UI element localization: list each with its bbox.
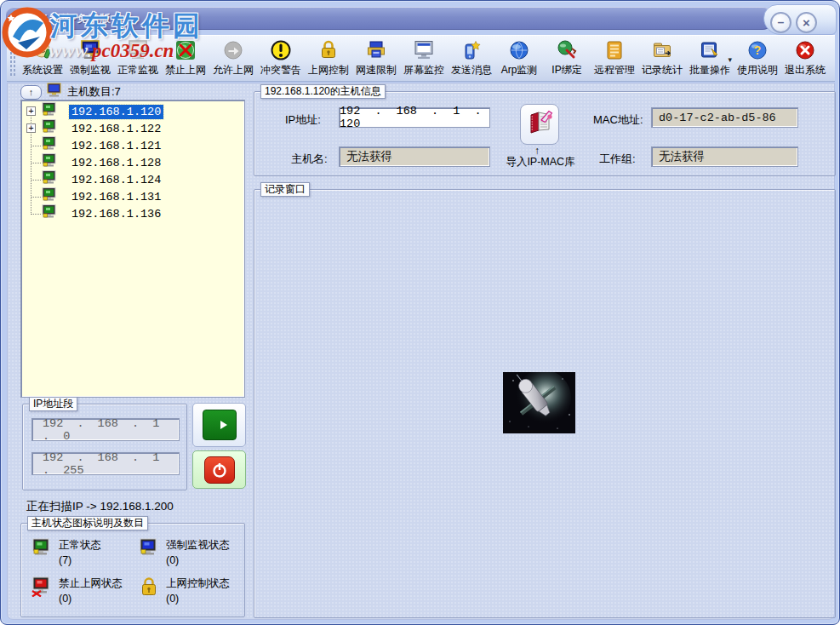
tree-row-ip[interactable]: 192.168.1.136 <box>69 207 163 221</box>
host-count-header: ↑ 主机数目:7 <box>20 84 121 100</box>
tree-row-ip[interactable]: 192.168.1.124 <box>69 173 163 187</box>
tree-branch-line <box>31 180 41 181</box>
block-internet-icon <box>174 38 197 62</box>
toolbar-item-help[interactable]: ? 使用说明 <box>734 38 781 77</box>
legend-item: 上网控制状态(0) <box>139 576 230 605</box>
expand-icon[interactable]: + <box>26 106 36 116</box>
tree-row[interactable]: 192.168.1.124 <box>21 171 244 188</box>
workgroup-label: 工作组: <box>599 152 636 167</box>
ip-range-end-input[interactable]: 192 . 168 . 1 . 255 <box>31 452 180 475</box>
import-ip-mac-button[interactable] <box>520 104 559 145</box>
green-arrow-icon <box>203 410 237 440</box>
ip-range-group: IP地址段 192 . 168 . 1 . 0 192 . 168 . 1 . … <box>22 404 187 490</box>
tree-row[interactable]: 192.168.1.136 <box>21 205 244 222</box>
host-info-group-title: 192.168.1.120的主机信息 <box>260 84 386 99</box>
expand-icon[interactable]: + <box>26 123 36 133</box>
send-message-icon <box>460 38 483 62</box>
record-window-group: 记录窗口 <box>254 189 836 618</box>
legend-group-title: 主机状态图标说明及数目 <box>27 516 148 530</box>
svg-text:?: ? <box>754 43 762 57</box>
import-button-label: 导入IP-MAC库 <box>498 155 583 169</box>
tree-row-ip[interactable]: 192.168.1.120 <box>69 105 163 119</box>
toolbar-item-remote-manage[interactable]: 远程管理 <box>591 38 638 77</box>
toolbar-item-label: 发送消息 <box>451 63 492 77</box>
tree-branch-line <box>31 163 41 163</box>
toolbar-item-conflict-warning[interactable]: 冲突警告 <box>257 38 305 77</box>
toolbar-item-label: 远程管理 <box>594 63 635 77</box>
tree-row[interactable]: + 192.168.1.120 <box>21 103 244 120</box>
start-scan-button[interactable] <box>192 403 246 447</box>
toolbar-item-allow-internet[interactable]: 允许上网 <box>209 38 257 77</box>
tree-branch-line <box>31 197 41 198</box>
toolbar-item-ip-binding[interactable]: IP绑定 <box>543 38 591 77</box>
toolbar-item-speed-limit[interactable]: 网速限制 <box>352 38 400 77</box>
tree-row[interactable]: 192.168.1.121 <box>21 137 244 154</box>
toolbar-item-system-settings[interactable]: 系统设置 <box>19 38 66 77</box>
toolbar-item-label: 退出系统 <box>785 63 826 77</box>
toolbar-item-normal-monitor[interactable]: 正常监视 <box>114 38 162 77</box>
scan-status-text: 正在扫描IP -> 192.168.1.200 <box>26 499 174 514</box>
tree-row-ip[interactable]: 192.168.1.131 <box>69 190 163 204</box>
host-normal-icon <box>42 119 57 138</box>
toolbar-item-screen-monitor[interactable]: 屏幕监控 <box>400 38 448 77</box>
host-status-legend-group: 主机状态图标说明及数目 正常状态(7) 强制监视状态(0) 禁止上网状态(0) … <box>20 523 245 617</box>
host-normal-icon <box>42 102 57 121</box>
toolbar-item-label: 允许上网 <box>213 63 254 77</box>
satellite-image <box>503 372 575 433</box>
host-normal-icon <box>42 187 57 206</box>
ip-input[interactable]: 192 . 168 . 1 . 120 <box>339 107 490 128</box>
record-stats-icon <box>650 38 674 62</box>
system-settings-icon <box>31 38 54 62</box>
tree-row[interactable]: 192.168.1.128 <box>21 154 244 171</box>
stop-power-icon <box>204 456 235 484</box>
toolbar-item-label: 批量操作 <box>689 63 730 77</box>
tree-row-ip[interactable]: 192.168.1.121 <box>69 139 163 153</box>
speed-limit-icon <box>364 38 388 62</box>
toolbar-item-send-message[interactable]: 发送消息 <box>448 38 495 77</box>
legend-item: 禁止上网状态(0) <box>31 576 123 605</box>
mac-value-field: d0-17-c2-ab-d5-86 <box>651 107 798 128</box>
toolbar-item-label: 屏幕监控 <box>403 63 444 77</box>
force-monitor-icon <box>78 38 102 62</box>
remote-manage-icon <box>603 38 626 62</box>
internet-control-icon <box>317 38 340 62</box>
close-button[interactable]: × <box>796 12 817 33</box>
workgroup-value-field: 无法获得 <box>651 146 798 167</box>
toolbar-item-block-internet[interactable]: 禁止上网 <box>162 38 209 77</box>
toolbar-item-label: 禁止上网 <box>165 63 206 77</box>
legend-item: 正常状态(7) <box>31 538 101 566</box>
host-tree[interactable]: + 192.168.1.120 + 192.168.1.122 192.168.… <box>20 100 245 398</box>
ip-binding-icon <box>555 38 579 62</box>
toolbar-item-internet-control[interactable]: 上网控制 <box>305 38 352 77</box>
minimize-button[interactable]: – <box>770 12 791 33</box>
tree-row[interactable]: + 192.168.1.122 <box>21 120 244 137</box>
host-forced-icon <box>139 538 159 562</box>
toolbar-item-arp-monitor[interactable]: Arp监测 <box>495 38 543 77</box>
tree-row[interactable]: 192.168.1.131 <box>21 188 244 205</box>
host-normal-icon <box>42 204 57 223</box>
ip-range-start-input[interactable]: 192 . 168 . 1 . 0 <box>31 418 180 441</box>
host-normal-icon <box>31 538 52 562</box>
tree-row-ip[interactable]: 192.168.1.128 <box>69 156 163 170</box>
toolbar-item-record-stats[interactable]: 记录统计 <box>638 38 686 77</box>
host-blocked-icon <box>31 576 52 600</box>
stop-scan-button[interactable] <box>192 450 246 489</box>
batch-operations-icon <box>698 38 722 62</box>
host-computer-icon <box>47 83 62 101</box>
tree-row-ip[interactable]: 192.168.1.122 <box>69 122 163 136</box>
main-toolbar: 系统设置 强制监视 正常监视 禁止上网 允许上网 <box>7 35 835 82</box>
toolbar-item-force-monitor[interactable]: 强制监视 <box>66 38 114 77</box>
host-controlled-icon <box>139 576 159 600</box>
collapse-up-button[interactable]: ↑ <box>20 85 42 100</box>
toolbar-grip[interactable] <box>9 43 16 77</box>
hostname-value-field: 无法获得 <box>339 146 490 167</box>
ip-range-group-title: IP地址段 <box>29 397 77 411</box>
host-info-group: 192.168.1.120的主机信息 IP地址: 192 . 168 . 1 .… <box>254 91 836 176</box>
normal-monitor-icon <box>126 38 150 62</box>
toolbar-item-batch-operations[interactable]: ▾ 批量操作 <box>686 38 734 77</box>
toolbar-item-label: 上网控制 <box>308 63 349 77</box>
dropdown-caret-icon[interactable]: ▾ <box>728 55 732 64</box>
tree-branch-line <box>31 214 41 215</box>
toolbar-item-exit-system[interactable]: 退出系统 <box>781 38 829 77</box>
exit-icon <box>793 38 817 62</box>
